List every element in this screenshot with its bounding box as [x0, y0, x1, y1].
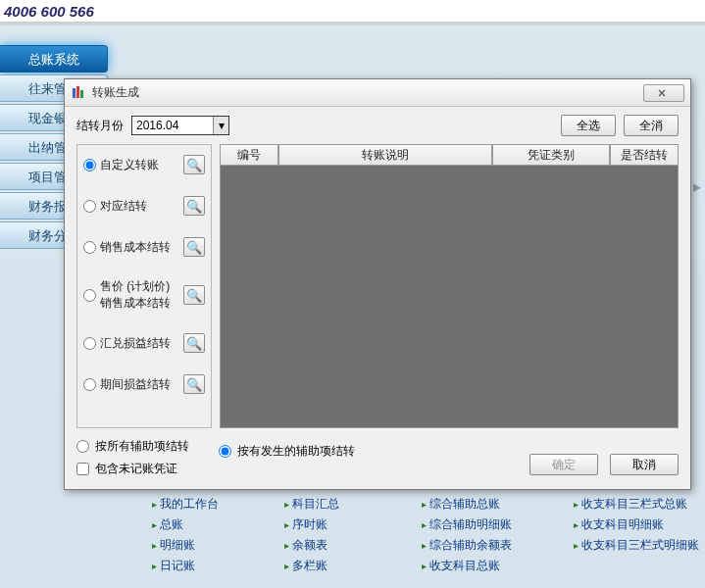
- svg-rect-0: [73, 88, 76, 98]
- radio-label[interactable]: 对应结转: [100, 198, 179, 215]
- bottom-row: 按所有辅助项结转 包含未记账凭证 按有发生的辅助项结转 确定 取消: [76, 438, 679, 477]
- table-body[interactable]: [220, 166, 679, 428]
- bg-link[interactable]: 综合辅助总账: [422, 496, 579, 513]
- bg-link[interactable]: 多栏账: [284, 558, 441, 574]
- period-row: 结转月份 2016.04 ▾ 全选 全消: [76, 115, 679, 136]
- radio-sales-cost-input[interactable]: [83, 241, 96, 254]
- bg-link[interactable]: 序时账: [284, 516, 441, 533]
- transfer-type-panel: 自定义转账 🔍 对应结转 🔍 销售成本结转 🔍 售价 (计划价) 销售成本结转: [76, 144, 212, 428]
- app-icon: [71, 85, 86, 101]
- phone-number: 4006 600 566: [4, 3, 94, 20]
- select-all-button[interactable]: 全选: [561, 115, 616, 136]
- search-icon: 🔍: [186, 288, 202, 303]
- period-label: 结转月份: [76, 118, 124, 134]
- lookup-button[interactable]: 🔍: [183, 237, 205, 257]
- search-icon: 🔍: [186, 158, 202, 172]
- bg-link[interactable]: 科目汇总: [284, 496, 441, 513]
- radio-price-sales-cost: 售价 (计划价) 销售成本结转 🔍: [83, 278, 205, 312]
- radio-all-aux-input[interactable]: [76, 440, 89, 453]
- radio-all-aux[interactable]: 按所有辅助项结转: [76, 438, 189, 455]
- bg-link[interactable]: 余额表: [284, 537, 441, 554]
- radio-period-pl-input[interactable]: [83, 378, 96, 391]
- cancel-button[interactable]: 取消: [610, 454, 679, 475]
- top-bar: 4006 600 566: [0, 0, 705, 24]
- search-icon: 🔍: [186, 199, 202, 214]
- ok-button[interactable]: 确定: [529, 454, 598, 475]
- sidebar-item-gl[interactable]: 总账系统: [0, 45, 108, 73]
- radio-label[interactable]: 期间损益结转: [100, 376, 179, 393]
- close-icon: [652, 88, 676, 98]
- bg-link[interactable]: 收支科目三栏式明细账: [574, 537, 705, 554]
- bg-link[interactable]: 收支科目三栏式总账: [574, 496, 705, 513]
- bottom-left-options: 按所有辅助项结转 包含未记账凭证: [76, 438, 189, 477]
- radio-exchange-input[interactable]: [83, 337, 96, 350]
- lookup-button[interactable]: 🔍: [183, 285, 205, 305]
- lookup-button[interactable]: 🔍: [183, 374, 205, 394]
- search-icon: 🔍: [186, 336, 202, 351]
- dialog-body: 结转月份 2016.04 ▾ 全选 全消 自定义转账 🔍 对应结转 🔍: [65, 107, 690, 489]
- radio-corresponding: 对应结转 🔍: [83, 196, 205, 216]
- dialog-titlebar: 转账生成: [65, 79, 690, 107]
- th-voucher-type[interactable]: 凭证类别: [492, 144, 610, 166]
- radio-exchange: 汇兑损益结转 🔍: [83, 333, 205, 353]
- radio-occur-aux[interactable]: 按有发生的辅助项结转: [219, 443, 355, 460]
- bottom-buttons: 确定 取消: [529, 454, 679, 477]
- period-select[interactable]: 2016.04 ▾: [131, 116, 229, 135]
- svg-rect-1: [76, 86, 79, 98]
- period-value: 2016.04: [136, 119, 178, 132]
- th-no[interactable]: 编号: [220, 144, 278, 166]
- chevron-down-icon: ▾: [213, 117, 228, 134]
- arrow-right-icon[interactable]: ▸: [693, 177, 701, 196]
- radio-custom-transfer: 自定义转账 🔍: [83, 155, 205, 174]
- radio-period-pl: 期间损益结转 🔍: [83, 374, 205, 394]
- radio-custom-transfer-input[interactable]: [83, 159, 96, 172]
- radio-occur-aux-input[interactable]: [219, 445, 231, 458]
- content-row: 自定义转账 🔍 对应结转 🔍 销售成本结转 🔍 售价 (计划价) 销售成本结转: [76, 144, 679, 428]
- bg-link[interactable]: 收支科目总账: [422, 558, 579, 574]
- lookup-button[interactable]: 🔍: [183, 196, 205, 216]
- lookup-button[interactable]: 🔍: [183, 155, 205, 174]
- radio-sales-cost: 销售成本结转 🔍: [83, 237, 205, 257]
- bg-link[interactable]: 综合辅助明细账: [422, 516, 579, 533]
- chk-include-unposted[interactable]: 包含未记账凭证: [76, 461, 189, 477]
- radio-price-sales-cost-input[interactable]: [83, 289, 96, 302]
- grid-panel: 编号 转账说明 凭证类别 是否结转: [220, 144, 679, 428]
- radio-label[interactable]: 汇兑损益结转: [100, 335, 179, 352]
- search-icon: 🔍: [186, 240, 202, 255]
- bg-link[interactable]: 收支科目明细账: [574, 516, 705, 533]
- table-header: 编号 转账说明 凭证类别 是否结转: [220, 144, 679, 166]
- search-icon: 🔍: [186, 377, 202, 392]
- radio-label[interactable]: 自定义转账: [100, 157, 179, 173]
- dialog-title: 转账生成: [92, 84, 643, 101]
- chk-include-unposted-input[interactable]: [76, 463, 89, 475]
- th-carryover[interactable]: 是否结转: [610, 144, 679, 166]
- transfer-dialog: 转账生成 结转月份 2016.04 ▾ 全选 全消 自定义转账 �: [64, 78, 691, 490]
- radio-corresponding-input[interactable]: [83, 200, 96, 213]
- select-none-button[interactable]: 全消: [624, 115, 679, 136]
- radio-label[interactable]: 售价 (计划价) 销售成本结转: [100, 278, 179, 312]
- radio-label[interactable]: 销售成本结转: [100, 239, 179, 256]
- th-desc[interactable]: 转账说明: [278, 144, 492, 166]
- bg-link[interactable]: 综合辅助余额表: [422, 537, 579, 554]
- lookup-button[interactable]: 🔍: [183, 333, 205, 353]
- svg-rect-2: [80, 90, 83, 98]
- close-button[interactable]: [643, 84, 684, 102]
